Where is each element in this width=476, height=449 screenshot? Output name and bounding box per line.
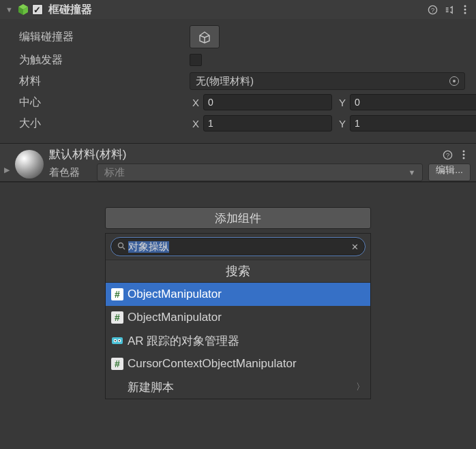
svg-point-6 — [464, 9, 466, 11]
shader-dropdown[interactable]: 标准 ▼ — [97, 164, 423, 181]
preset-icon[interactable] — [442, 3, 456, 16]
search-result-label: 新建脚本 — [128, 380, 174, 395]
search-result-label: AR 跟踪的对象管理器 — [128, 333, 239, 349]
svg-rect-15 — [112, 337, 123, 344]
component-enabled-checkbox[interactable]: ✓ — [32, 4, 43, 15]
center-label: 中心 — [19, 95, 190, 110]
svg-point-19 — [119, 340, 120, 341]
csharp-script-icon: # — [111, 358, 123, 370]
axis-y-label: Y — [336, 118, 346, 129]
ar-icon — [111, 335, 123, 347]
search-icon — [117, 242, 125, 252]
add-component-area: 添加组件 ✕ 搜索 #ObjectManipulator#ObjectManip… — [0, 182, 476, 399]
size-x-input[interactable] — [203, 115, 332, 131]
svg-point-12 — [463, 157, 465, 159]
axis-x-label: X — [190, 118, 199, 129]
object-picker-icon[interactable] — [449, 76, 459, 86]
csharp-script-icon: # — [111, 311, 123, 324]
edit-collider-label: 编辑碰撞器 — [19, 30, 190, 44]
material-component: ▶ 默认材料(材料) 着色器 标准 ▼ 编辑... ? — [0, 144, 476, 182]
add-component-button[interactable]: 添加组件 — [105, 207, 371, 229]
is-trigger-checkbox[interactable] — [190, 54, 202, 66]
help-icon[interactable]: ? — [441, 148, 454, 161]
kebab-menu-icon[interactable] — [457, 148, 471, 161]
chevron-right-icon: 〉 — [356, 381, 365, 393]
search-result[interactable]: AR 跟踪的对象管理器 — [106, 329, 370, 352]
search-result-label: ObjectManipulator — [128, 288, 222, 301]
popup-tab-label: 搜索 — [106, 260, 370, 283]
material-foldout[interactable]: ▶ — [4, 166, 10, 181]
component-header: ▼ ✓ 框碰撞器 ? — [0, 0, 476, 19]
help-icon[interactable]: ? — [426, 3, 439, 16]
axis-y-label: Y — [336, 97, 346, 108]
clear-search-icon[interactable]: ✕ — [349, 241, 360, 252]
center-x-input[interactable] — [203, 94, 332, 110]
shader-value: 标准 — [104, 166, 125, 179]
material-title: 默认材料(材料) — [49, 146, 471, 162]
is-trigger-label: 为触发器 — [19, 53, 190, 67]
material-label: 材料 — [19, 74, 190, 89]
search-result[interactable]: #ObjectManipulator — [106, 283, 370, 306]
search-result[interactable]: #CursorContextObjectManipulator — [106, 352, 370, 375]
shader-label: 着色器 — [49, 166, 91, 179]
svg-point-11 — [463, 154, 465, 156]
search-result[interactable]: 新建脚本〉 — [106, 375, 370, 399]
svg-line-14 — [123, 247, 125, 249]
search-results-list: #ObjectManipulator#ObjectManipulatorAR 跟… — [106, 283, 370, 399]
center-y-input[interactable] — [350, 94, 476, 110]
search-result[interactable]: #ObjectManipulator — [106, 306, 370, 329]
search-result-label: CursorContextObjectManipulator — [128, 357, 297, 371]
size-label: 大小 — [19, 117, 190, 131]
csharp-script-icon: # — [111, 288, 123, 300]
box-collider-component: ▼ ✓ 框碰撞器 ? 编辑碰撞器 为触发器 — [0, 0, 476, 144]
material-preview-sphere — [15, 150, 44, 179]
size-y-input[interactable] — [350, 115, 476, 131]
add-component-popup: ✕ 搜索 #ObjectManipulator#ObjectManipulato… — [105, 233, 371, 399]
search-result-label: ObjectManipulator — [128, 311, 222, 324]
axis-x-label: X — [190, 97, 199, 108]
chevron-down-icon: ▼ — [408, 168, 415, 176]
svg-point-18 — [115, 340, 116, 341]
component-body: 编辑碰撞器 为触发器 材料 无(物理材料) 中心 — [0, 19, 476, 143]
foldout-toggle[interactable]: ▼ — [4, 5, 14, 14]
search-input[interactable] — [128, 241, 346, 253]
edit-shader-button[interactable]: 编辑... — [428, 164, 471, 181]
search-field[interactable]: ✕ — [111, 238, 365, 256]
kebab-menu-icon[interactable] — [458, 3, 472, 16]
popup-search-row: ✕ — [106, 234, 370, 260]
physic-material-field[interactable]: 无(物理材料) — [190, 72, 465, 90]
physic-material-value: 无(物理材料) — [196, 75, 254, 88]
svg-text:?: ? — [430, 7, 434, 14]
svg-point-10 — [463, 151, 465, 153]
box-collider-icon — [17, 3, 29, 16]
svg-point-7 — [464, 12, 466, 14]
svg-text:?: ? — [445, 152, 449, 159]
component-title: 框碰撞器 — [48, 3, 423, 17]
material-header: ▶ 默认材料(材料) 着色器 标准 ▼ 编辑... ? — [0, 144, 476, 181]
svg-point-13 — [119, 243, 123, 247]
edit-collider-button[interactable] — [190, 25, 220, 48]
svg-point-5 — [464, 5, 466, 7]
